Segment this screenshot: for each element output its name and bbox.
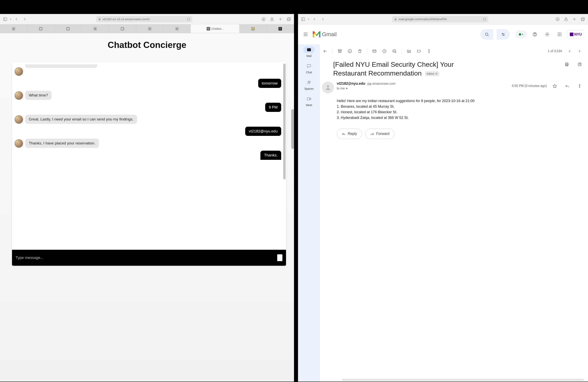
add-task-icon[interactable] bbox=[390, 47, 399, 56]
chevron-down-icon[interactable]: ▾ bbox=[10, 18, 12, 20]
tab-1[interactable]: A bbox=[0, 24, 27, 33]
tab-chatbot-active[interactable]: V Chatbot... bbox=[190, 24, 239, 33]
browser-toolbar: ▾ vt2182-a1-s3.s3.amazonaws.com/c bbox=[0, 14, 294, 24]
apps-grid-icon[interactable] bbox=[555, 30, 564, 39]
chip-remove-icon[interactable]: ✕ bbox=[435, 72, 438, 76]
scrollbar[interactable] bbox=[283, 63, 286, 179]
mark-unread-icon[interactable] bbox=[370, 47, 379, 56]
expand-recipients-icon[interactable]: ▾ bbox=[346, 87, 348, 90]
snooze-icon[interactable] bbox=[380, 47, 389, 56]
rail-mail[interactable]: Mail bbox=[303, 46, 315, 57]
back-icon[interactable] bbox=[13, 16, 20, 23]
horizontal-scrollbar[interactable] bbox=[342, 379, 584, 381]
tab-7[interactable]: A bbox=[163, 24, 190, 33]
tab-6[interactable]: A bbox=[136, 24, 163, 33]
reply-label: Reply bbox=[348, 132, 357, 136]
more-icon[interactable] bbox=[425, 47, 433, 56]
rail-label: Meet bbox=[306, 103, 312, 107]
browser-toolbar: ▾ mail.google.com/mail/u/3/#inbox/FM bbox=[298, 14, 588, 24]
split-divider[interactable] bbox=[294, 14, 298, 382]
spam-icon[interactable] bbox=[345, 47, 354, 56]
settings-gear-icon[interactable] bbox=[543, 30, 552, 39]
address-bar[interactable]: vt2182-a1-s3.s3.amazonaws.com/c bbox=[96, 16, 192, 22]
favicon: ◆ bbox=[39, 27, 42, 31]
user-message: tomorrow bbox=[258, 79, 281, 88]
bot-avatar bbox=[14, 139, 23, 148]
star-icon[interactable] bbox=[550, 81, 559, 90]
status-indicator[interactable]: ▾ bbox=[515, 30, 527, 38]
sidebar-toggle-icon[interactable] bbox=[1, 16, 9, 23]
rail-meet[interactable]: Meet bbox=[303, 96, 315, 107]
back-to-inbox-icon[interactable] bbox=[321, 47, 330, 56]
tabs-icon[interactable] bbox=[285, 16, 293, 23]
reload-icon[interactable] bbox=[483, 18, 486, 21]
rail-label: Spaces bbox=[304, 87, 314, 90]
tab-3[interactable]: ◆ bbox=[54, 24, 82, 33]
more-icon[interactable] bbox=[575, 81, 584, 90]
svg-line-64 bbox=[579, 63, 580, 65]
hamburger-icon[interactable] bbox=[302, 31, 309, 38]
send-button[interactable] bbox=[277, 254, 282, 261]
inbox-chip[interactable]: Inbox ✕ bbox=[425, 71, 440, 76]
org-chip[interactable]: NYU bbox=[567, 30, 584, 39]
share-icon[interactable] bbox=[562, 16, 570, 23]
chat-input[interactable] bbox=[16, 256, 275, 260]
share-icon[interactable] bbox=[268, 16, 276, 23]
tab-4[interactable]: B bbox=[82, 24, 109, 33]
reload-icon[interactable] bbox=[187, 18, 190, 21]
search-button[interactable] bbox=[480, 29, 493, 39]
forward-icon[interactable] bbox=[319, 16, 326, 23]
action-bar: 1 of 3,534 bbox=[321, 44, 584, 58]
chevron-down-icon[interactable]: ▾ bbox=[308, 18, 310, 20]
gmail-logo[interactable]: Gmail bbox=[313, 31, 336, 38]
page-scrollbar[interactable] bbox=[291, 109, 294, 149]
label-icon[interactable] bbox=[415, 47, 423, 56]
rail-spaces[interactable]: Spaces bbox=[303, 79, 315, 90]
chat-scroll[interactable]: tomorrow What time? 9 PM Great. Lastly, … bbox=[12, 62, 286, 250]
tab-9[interactable]: ⎔ bbox=[267, 24, 294, 33]
right-pane: ▾ mail.google.com/mail/u/3/#inbox/FM bbox=[298, 14, 588, 382]
move-to-icon[interactable] bbox=[405, 47, 413, 56]
sender-email: vt2182@nyu.edu bbox=[337, 81, 365, 86]
downloads-icon[interactable] bbox=[260, 16, 267, 23]
new-tab-icon[interactable] bbox=[571, 16, 578, 23]
body-line: 1. Benares, located at 45 Murray St. bbox=[337, 104, 584, 110]
rail-chat[interactable]: Chat bbox=[303, 63, 315, 74]
back-icon[interactable] bbox=[311, 16, 318, 23]
svg-point-36 bbox=[558, 35, 559, 36]
message-row: vt2182@nyu.edu bbox=[14, 127, 281, 136]
downloads-icon[interactable] bbox=[554, 16, 561, 23]
archive-icon[interactable] bbox=[336, 47, 344, 56]
svg-point-21 bbox=[485, 33, 488, 36]
help-icon[interactable] bbox=[530, 30, 539, 39]
tab-5[interactable]: ◐ bbox=[109, 24, 136, 33]
print-icon[interactable] bbox=[562, 60, 571, 69]
chat-window: tomorrow What time? 9 PM Great. Lastly, … bbox=[12, 62, 286, 266]
new-tab-icon[interactable] bbox=[277, 16, 284, 23]
delete-icon[interactable] bbox=[356, 47, 364, 56]
tabs-icon[interactable] bbox=[579, 16, 587, 23]
forward-icon[interactable] bbox=[21, 16, 28, 23]
reply-button[interactable]: Reply bbox=[337, 129, 362, 139]
open-new-window-icon[interactable] bbox=[575, 60, 584, 69]
bot-message bbox=[25, 64, 97, 68]
svg-point-58 bbox=[429, 51, 429, 51]
svg-point-28 bbox=[535, 35, 535, 36]
search-options-icon[interactable] bbox=[497, 29, 510, 39]
prev-message-icon[interactable] bbox=[565, 47, 574, 56]
svg-point-65 bbox=[327, 85, 329, 88]
forward-button[interactable]: Forward bbox=[365, 129, 394, 139]
nav-rail: Mail Chat Spaces Meet bbox=[298, 44, 320, 382]
favicon: A bbox=[12, 27, 15, 31]
sidebar-toggle-icon[interactable] bbox=[300, 16, 307, 23]
reply-icon[interactable] bbox=[563, 81, 572, 90]
svg-point-33 bbox=[558, 34, 559, 35]
to-line[interactable]: to me ▾ bbox=[337, 87, 509, 90]
address-bar[interactable]: mail.google.com/mail/u/3/#inbox/FM bbox=[392, 16, 488, 22]
tab-8[interactable]: 🔑 bbox=[240, 24, 267, 33]
next-message-icon[interactable] bbox=[575, 47, 584, 56]
rail-label: Chat bbox=[306, 71, 312, 74]
svg-point-25 bbox=[502, 33, 503, 34]
svg-rect-42 bbox=[307, 98, 310, 100]
tab-2[interactable]: ◆ bbox=[27, 24, 54, 33]
